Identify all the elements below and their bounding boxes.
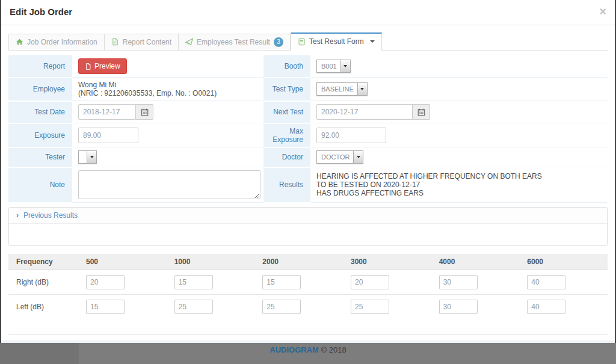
test-type-label: Test Type bbox=[263, 78, 310, 101]
note-textarea[interactable] bbox=[78, 170, 260, 199]
tester-label: Tester bbox=[8, 147, 72, 167]
modal-title: Edit Job Order bbox=[10, 7, 72, 17]
form-row: Exposure Max Exposure bbox=[8, 123, 608, 147]
page-footer: AUDIOGRAM © 2018 bbox=[0, 345, 616, 354]
preview-button[interactable]: Preview bbox=[78, 58, 127, 74]
chevron-down-icon bbox=[357, 83, 367, 95]
right-500-input[interactable] bbox=[86, 275, 125, 289]
max-exposure-input[interactable] bbox=[316, 128, 386, 143]
pdf-icon bbox=[85, 63, 91, 70]
caret-down-icon bbox=[370, 40, 375, 43]
left-6000-input[interactable] bbox=[527, 300, 565, 314]
previous-results-label: Previous Results bbox=[23, 211, 78, 220]
right-1000-input[interactable] bbox=[174, 275, 213, 289]
tab-test-result-form[interactable]: Test Result Form bbox=[291, 32, 382, 51]
form-row: Report Preview Booth B001 bbox=[8, 55, 608, 78]
next-test-label: Next Test bbox=[263, 101, 310, 123]
chevron-down-icon bbox=[353, 151, 363, 163]
tab-employees-test-result[interactable]: Employees Test Result 3 bbox=[179, 34, 291, 50]
right-3000-input[interactable] bbox=[351, 275, 389, 289]
next-test-input[interactable] bbox=[316, 104, 413, 120]
tab-label: Job Order Information bbox=[27, 38, 97, 46]
exposure-label: Exposure bbox=[8, 123, 72, 147]
frequency-table: Frequency 500 1000 2000 3000 4000 6000 R… bbox=[8, 254, 608, 319]
form-row: Tester Doctor DOCTOR bbox=[8, 147, 608, 167]
tab-report-content[interactable]: Report Content bbox=[105, 34, 179, 50]
right-db-label: Right (dB) bbox=[8, 270, 78, 294]
frequency-header: Frequency bbox=[8, 254, 78, 270]
tab-label: Report Content bbox=[123, 38, 171, 46]
employee-name: Wong Mi Mi bbox=[78, 81, 257, 89]
left-3000-input[interactable] bbox=[351, 300, 389, 314]
employee-details: (NRIC : 921206035533, Emp. No. : O0021) bbox=[78, 89, 257, 97]
test-date-label: Test Date bbox=[8, 101, 72, 123]
left-4000-input[interactable] bbox=[439, 300, 478, 314]
frequency-section: Frequency 500 1000 2000 3000 4000 6000 R… bbox=[8, 254, 608, 335]
previous-results-body bbox=[9, 224, 607, 245]
right-4000-input[interactable] bbox=[439, 275, 478, 289]
tab-label: Test Result Form bbox=[309, 37, 364, 46]
test-result-form: Report Preview Booth B001 Employee bbox=[8, 55, 608, 203]
results-text: HEARING IS AFFECTED AT HIGHER FREQUENCY … bbox=[316, 172, 602, 197]
tab-job-order-information[interactable]: Job Order Information bbox=[8, 34, 105, 50]
doctor-label: Doctor bbox=[263, 147, 310, 167]
left-2000-input[interactable] bbox=[262, 300, 301, 314]
frequency-header-row: Frequency 500 1000 2000 3000 4000 6000 bbox=[8, 254, 608, 270]
report-label: Report bbox=[8, 55, 72, 78]
edit-job-order-modal: Edit Job Order × Job Order Information R… bbox=[1, 0, 615, 343]
tab-label: Employees Test Result bbox=[197, 38, 270, 46]
form-row: Employee Wong Mi Mi (NRIC : 921206035533… bbox=[8, 78, 608, 101]
previous-results-toggle[interactable]: ›Previous Results bbox=[9, 208, 607, 224]
close-icon[interactable]: × bbox=[599, 5, 606, 17]
left-500-input[interactable] bbox=[86, 300, 125, 314]
tester-select[interactable] bbox=[78, 150, 97, 164]
tab-bar: Job Order Information Report Content Emp… bbox=[8, 32, 608, 51]
table-row-left: Left (dB) bbox=[8, 294, 608, 319]
left-db-label: Left (dB) bbox=[8, 294, 78, 319]
count-badge: 3 bbox=[274, 37, 283, 47]
doctor-select[interactable]: DOCTOR bbox=[316, 150, 363, 164]
pdf-file-icon bbox=[111, 38, 119, 46]
previous-results-panel: ›Previous Results bbox=[8, 207, 608, 246]
modal-header: Edit Job Order × bbox=[1, 0, 615, 25]
copyright-text: © 2018 bbox=[321, 345, 346, 354]
calendar-icon[interactable] bbox=[136, 104, 153, 120]
chevron-right-icon: › bbox=[16, 211, 19, 220]
right-6000-input[interactable] bbox=[527, 275, 565, 289]
chevron-down-icon bbox=[340, 60, 350, 72]
max-exposure-label: Max Exposure bbox=[263, 123, 310, 147]
exposure-input[interactable] bbox=[78, 128, 138, 143]
file-text-icon bbox=[298, 38, 306, 46]
note-label: Note bbox=[8, 167, 72, 203]
tab-content: Report Preview Booth B001 Employee bbox=[1, 55, 615, 335]
booth-select[interactable]: B001 bbox=[316, 60, 351, 73]
left-1000-input[interactable] bbox=[174, 300, 213, 314]
table-row-right: Right (dB) bbox=[8, 270, 608, 294]
send-icon bbox=[185, 38, 193, 46]
form-row: Test Date Next Test bbox=[8, 101, 608, 123]
chevron-down-icon bbox=[87, 151, 96, 163]
home-icon bbox=[16, 38, 23, 46]
employee-label: Employee bbox=[8, 78, 72, 101]
results-label: Results bbox=[263, 167, 310, 203]
test-type-select[interactable]: BASELINE bbox=[316, 82, 368, 96]
right-2000-input[interactable] bbox=[262, 275, 301, 289]
booth-label: Booth bbox=[263, 55, 310, 78]
brand-name: AUDIOGRAM bbox=[270, 345, 319, 354]
form-row: Note Results HEARING IS AFFECTED AT HIGH… bbox=[8, 167, 608, 203]
calendar-icon[interactable] bbox=[413, 104, 430, 120]
test-date-input[interactable] bbox=[78, 104, 136, 120]
